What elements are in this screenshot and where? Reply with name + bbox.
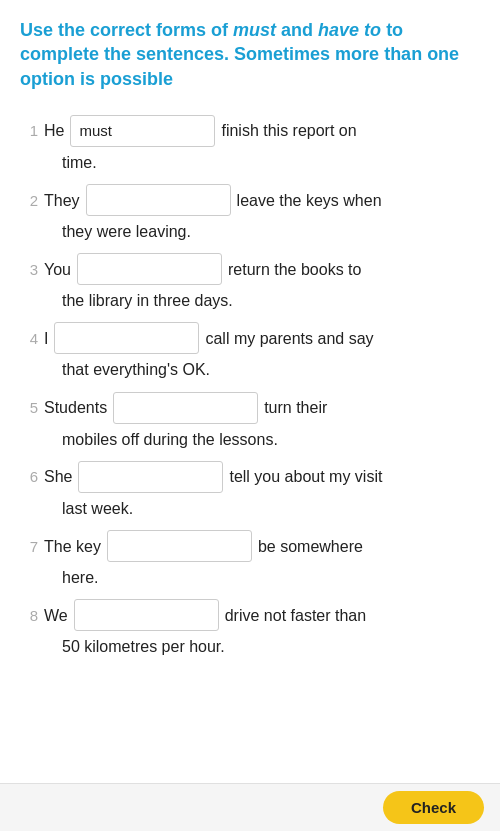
sentence-3-before: You [44,261,71,279]
check-button[interactable]: Check [383,791,484,824]
sentence-5-input[interactable] [113,392,258,424]
sentence-3-number: 3 [20,261,38,278]
sentence-7-input[interactable] [107,530,252,562]
sentence-8-input[interactable] [74,599,219,631]
sentence-8-after: drive not faster than [225,607,366,625]
sentence-4-before: I [44,330,48,348]
sentence-6-before: She [44,468,72,486]
sentence-1-before: He [44,122,64,140]
sentence-4-after: call my parents and say [205,330,373,348]
exercise-header: Use the correct forms of must and have t… [0,0,500,105]
sentence-4: 4 I call my parents and say that everyth… [20,322,480,383]
title-have-to: have to [318,20,381,40]
sentence-2-row: 2 They leave the keys when [20,184,480,216]
sentence-6-continuation: last week. [20,495,480,522]
sentence-7-continuation: here. [20,564,480,591]
sentence-4-number: 4 [20,330,38,347]
sentence-3: 3 You return the books to the library in… [20,253,480,314]
sentence-1-continuation: time. [20,149,480,176]
sentence-3-input[interactable] [77,253,222,285]
title-text-1: Use the correct forms of [20,20,233,40]
sentence-4-row: 4 I call my parents and say [20,322,480,354]
sentence-6-number: 6 [20,468,38,485]
sentence-4-input[interactable] [54,322,199,354]
sentence-8-before: We [44,607,68,625]
sentence-5-row: 5 Students turn their [20,392,480,424]
sentence-1-after: finish this report on [221,122,356,140]
exercise-content: 1 He finish this report on time. 2 They … [0,105,500,689]
sentence-1-input[interactable] [70,115,215,147]
sentence-5-before: Students [44,399,107,417]
bottom-bar: Check [0,783,500,831]
sentence-2-before: They [44,192,80,210]
sentence-7: 7 The key be somewhere here. [20,530,480,591]
sentence-3-after: return the books to [228,261,361,279]
sentence-6-row: 6 She tell you about my visit [20,461,480,493]
sentence-3-row: 3 You return the books to [20,253,480,285]
sentence-3-continuation: the library in three days. [20,287,480,314]
sentence-5: 5 Students turn their mobiles off during… [20,392,480,453]
title-text-2: and [276,20,318,40]
sentence-8-continuation: 50 kilometres per hour. [20,633,480,660]
title-must: must [233,20,276,40]
sentence-8-number: 8 [20,607,38,624]
sentence-5-number: 5 [20,399,38,416]
sentence-6-input[interactable] [78,461,223,493]
sentence-2-continuation: they were leaving. [20,218,480,245]
sentence-5-continuation: mobiles off during the lessons. [20,426,480,453]
sentence-1: 1 He finish this report on time. [20,115,480,176]
sentence-6: 6 She tell you about my visit last week. [20,461,480,522]
sentence-8-row: 8 We drive not faster than [20,599,480,631]
sentence-7-before: The key [44,538,101,556]
sentence-6-after: tell you about my visit [229,468,382,486]
sentence-7-after: be somewhere [258,538,363,556]
sentence-5-after: turn their [264,399,327,417]
sentence-2-number: 2 [20,192,38,209]
sentence-8: 8 We drive not faster than 50 kilometres… [20,599,480,660]
exercise-title: Use the correct forms of must and have t… [20,18,480,91]
sentence-7-row: 7 The key be somewhere [20,530,480,562]
sentence-2-input[interactable] [86,184,231,216]
sentence-2-after: leave the keys when [237,192,382,210]
sentence-1-number: 1 [20,122,38,139]
sentence-4-continuation: that everything's OK. [20,356,480,383]
sentence-1-row: 1 He finish this report on [20,115,480,147]
sentence-7-number: 7 [20,538,38,555]
sentence-2: 2 They leave the keys when they were lea… [20,184,480,245]
